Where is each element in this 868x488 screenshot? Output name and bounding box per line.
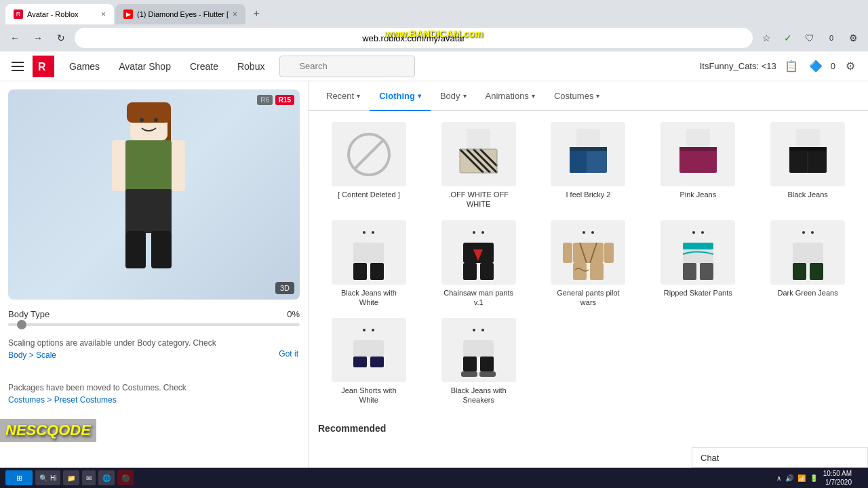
- tab-costumes[interactable]: Costumes ▾: [545, 81, 610, 111]
- nav-avatar-shop[interactable]: Avatar Shop: [109, 52, 180, 81]
- svg-point-87: [481, 329, 484, 331]
- svg-rect-65: [683, 263, 696, 280]
- svg-rect-63: [673, 243, 682, 263]
- tab-animations[interactable]: Animations ▾: [476, 81, 545, 111]
- chevron-icon[interactable]: ∧: [776, 474, 781, 482]
- svg-rect-6: [125, 140, 172, 191]
- list-item[interactable]: [ Content Deleted ]: [314, 117, 424, 215]
- start-button[interactable]: ⊞: [5, 470, 33, 485]
- r6-badge[interactable]: R6: [257, 95, 273, 105]
- item-image: [551, 220, 625, 285]
- off-white-pants-img: [446, 125, 511, 183]
- svg-rect-32: [359, 225, 379, 243]
- back-button[interactable]: ←: [5, 28, 24, 47]
- svg-point-49: [583, 231, 585, 234]
- taskbar-mail[interactable]: ✉: [82, 470, 96, 485]
- forward-button[interactable]: →: [28, 28, 47, 47]
- roblox-logo[interactable]: R: [33, 56, 54, 77]
- svg-rect-90: [494, 340, 504, 357]
- info-text-2: Packages have been moved to Costumes. Ch…: [8, 383, 186, 392]
- svg-point-77: [372, 329, 374, 331]
- taskbar-time-display: 10:50 AM: [823, 469, 852, 478]
- skater-pants-img: [666, 224, 730, 281]
- chat-label: Chat: [701, 453, 719, 463]
- avatar-panel: R6 R15: [0, 81, 309, 468]
- avatar-preview: R6 R15: [8, 89, 300, 300]
- preset-costumes-link[interactable]: Costumes > Preset Costumes: [8, 395, 117, 405]
- tab-clothing[interactable]: Clothing ▾: [370, 81, 431, 111]
- items-panel[interactable]: Recent ▾ Clothing ▾ Body ▾ Animations ▾ …: [309, 81, 868, 468]
- extension-btn-2[interactable]: 🛡: [800, 28, 819, 47]
- list-item[interactable]: Black Jeans with Sneakers: [424, 312, 534, 411]
- folder-icon: 📁: [67, 474, 75, 482]
- search-input[interactable]: [279, 56, 415, 77]
- tab-body[interactable]: Body ▾: [431, 81, 476, 111]
- 3d-badge[interactable]: 3D: [275, 282, 294, 294]
- avatar-character: [93, 100, 215, 289]
- svg-rect-85: [469, 323, 489, 340]
- notifications-button[interactable]: 📋: [782, 57, 801, 76]
- tab-close-2[interactable]: ×: [233, 9, 237, 19]
- chat-sidebar[interactable]: Chat: [692, 447, 868, 468]
- body-scale-link[interactable]: Body > Scale: [8, 350, 56, 360]
- tab-recent[interactable]: Recent ▾: [317, 81, 370, 111]
- body-type-header: Body Type 0%: [8, 309, 300, 319]
- browser-tab-1[interactable]: R Avatar - Roblox ×: [5, 4, 114, 24]
- slider-thumb[interactable]: [17, 320, 26, 329]
- settings-button[interactable]: ⚙: [844, 28, 863, 47]
- friends-button[interactable]: 🔷: [806, 57, 825, 76]
- nav-games[interactable]: Games: [60, 52, 109, 81]
- hamburger-line: [12, 70, 24, 71]
- list-item[interactable]: Chainsaw man pants v.1: [424, 215, 534, 313]
- extension-btn-1[interactable]: ✓: [778, 28, 797, 47]
- chainsaw-pants-img: [446, 224, 511, 281]
- list-item[interactable]: I feel Bricky 2: [534, 117, 644, 215]
- svg-rect-75: [359, 323, 379, 340]
- r15-badge[interactable]: R15: [275, 95, 294, 105]
- svg-rect-74: [810, 263, 823, 280]
- list-item[interactable]: Black Jeans: [753, 117, 863, 215]
- taskbar-file-explorer[interactable]: 📁: [63, 470, 79, 485]
- list-item[interactable]: General pants pilot wars: [534, 215, 644, 313]
- network-icon[interactable]: 📶: [797, 474, 806, 482]
- nav-create[interactable]: Create: [180, 52, 228, 81]
- item-image: [660, 122, 735, 186]
- hamburger-menu[interactable]: [8, 57, 27, 76]
- list-item[interactable]: Black Jeans with White: [314, 215, 424, 313]
- svg-rect-73: [793, 263, 806, 280]
- svg-rect-30: [789, 147, 827, 151]
- volume-icon[interactable]: 🔊: [785, 474, 793, 482]
- body-type-slider[interactable]: [8, 323, 300, 326]
- svg-rect-48: [578, 225, 599, 243]
- list-item[interactable]: Dark Green Jeans: [753, 215, 863, 313]
- taskbar-record[interactable]: ⚫: [117, 470, 134, 485]
- body-type-label: Body Type: [8, 309, 50, 319]
- bw-jeans-img: [336, 224, 401, 281]
- list-item[interactable]: Pink Jeans: [643, 117, 753, 215]
- chevron-down-icon: ▾: [357, 92, 360, 100]
- battery-icon[interactable]: 🔋: [810, 474, 818, 482]
- taskbar-search[interactable]: 🔍 Hi: [35, 470, 60, 485]
- list-item[interactable]: Jean Shorts with White: [314, 312, 424, 411]
- tab-close-1[interactable]: ×: [101, 9, 106, 19]
- settings-nav-button[interactable]: ⚙: [841, 57, 860, 76]
- svg-point-4: [140, 118, 144, 122]
- list-item[interactable]: Ripped Skater Pants: [643, 215, 753, 313]
- nav-robux[interactable]: Robux: [228, 52, 274, 81]
- item-name: [ Content Deleted ]: [338, 190, 400, 199]
- address-input[interactable]: [75, 28, 753, 48]
- svg-rect-82: [370, 357, 384, 367]
- list-item[interactable]: .OFF WHITE OFF WHITE: [424, 117, 534, 215]
- svg-rect-92: [480, 357, 494, 371]
- svg-rect-21: [576, 129, 600, 148]
- new-tab-button[interactable]: +: [247, 4, 266, 23]
- got-it-button[interactable]: Got it: [279, 349, 298, 359]
- item-image: [441, 220, 516, 285]
- taskbar-right: ∧ 🔊 📶 🔋 10:50 AM 1/7/2020: [776, 469, 863, 487]
- taskbar-browser[interactable]: 🌐: [98, 470, 115, 485]
- svg-rect-44: [453, 243, 462, 263]
- robux-count: 0: [831, 61, 835, 71]
- bookmark-button[interactable]: ☆: [757, 28, 776, 47]
- browser-tab-2[interactable]: ▶ (1) Diamond Eyes - Flutter [ ×: [115, 4, 245, 24]
- refresh-button[interactable]: ↻: [52, 28, 71, 47]
